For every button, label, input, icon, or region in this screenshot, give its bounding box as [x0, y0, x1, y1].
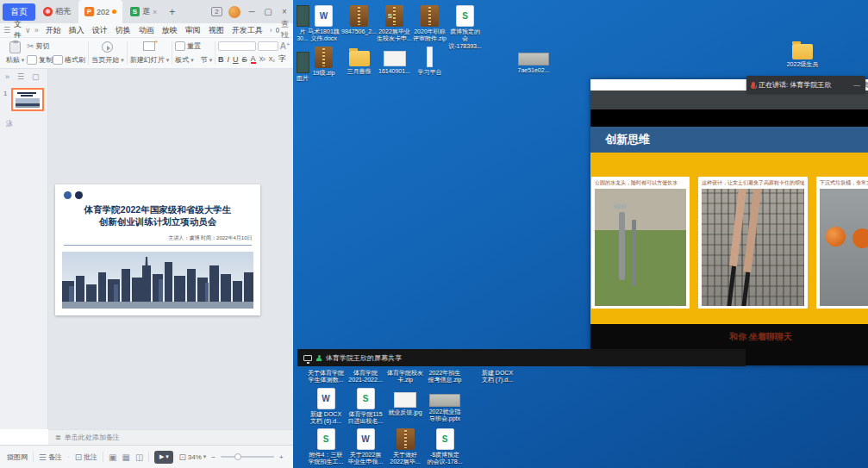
cut-button[interactable]: ✂剪切: [27, 41, 53, 51]
chevrons-icon[interactable]: »: [34, 26, 39, 34]
zoom-slider-knob[interactable]: [234, 453, 241, 460]
slide[interactable]: 体育学院2022年国家级和省级大学生 创新创业训练计划立项动员会 主讲人：虞博 …: [55, 184, 260, 315]
slide-canvas[interactable]: 体育学院2022年国家级和省级大学生 创新创业训练计划立项动员会 主讲人：虞博 …: [48, 69, 294, 429]
menu-item[interactable]: 开始: [42, 24, 65, 37]
tab-docer[interactable]: ❋ 稻壳: [37, 0, 77, 23]
zoom-in-button[interactable]: +: [279, 453, 284, 461]
notes-toggle[interactable]: ☰备注: [39, 452, 62, 462]
font-color-button[interactable]: A: [251, 55, 256, 64]
underline-button[interactable]: U: [233, 55, 239, 64]
menu-item[interactable]: 插入: [66, 24, 88, 37]
subscript-button[interactable]: X₂: [269, 56, 275, 62]
desktop-icon[interactable]: 三月蔷薇: [341, 47, 377, 75]
strike-button[interactable]: S: [242, 55, 247, 64]
font-name-select[interactable]: [218, 41, 256, 51]
home-button[interactable]: 首页: [3, 3, 35, 21]
notes-bar[interactable]: ≣ 单击此处添加备注: [48, 429, 294, 445]
close-button[interactable]: ×: [279, 7, 290, 16]
minimize-button[interactable]: ─: [247, 7, 257, 16]
slides-panel: » ☰ ▢ 1 泳: [0, 69, 48, 429]
maximize-button[interactable]: ▢: [263, 7, 273, 16]
desktop-icon[interactable]: 新建 DOCX 文档 (6).d...: [307, 388, 345, 426]
desktop-icon[interactable]: 体育学院 2021-2022...: [347, 368, 384, 384]
normal-view-icon[interactable]: ▣: [109, 452, 116, 462]
desktop-icon[interactable]: 16140901...: [377, 47, 412, 75]
account-avatar[interactable]: [228, 6, 240, 18]
tab-spreadsheet[interactable]: S 逛 ×: [124, 0, 163, 23]
italic-button[interactable]: I: [228, 55, 230, 64]
desktop-icon-label: 马术1801魏 义伟.docx: [308, 28, 340, 43]
desktop-icon-label: 16140901...: [378, 68, 410, 75]
desktop-icon[interactable]: 附件4：三联 学院招生工...: [307, 428, 345, 466]
desktop-icon[interactable]: 体育学院校友 卡.zip: [386, 368, 424, 384]
thumb-view-icon[interactable]: ▢: [32, 72, 40, 81]
reading-view-icon[interactable]: ◫: [135, 452, 143, 462]
section-button[interactable]: 节: [201, 55, 208, 65]
tab-close-icon[interactable]: ×: [153, 8, 157, 16]
chevron-right-icon[interactable]: ›: [270, 26, 272, 34]
desktop-icon[interactable]: 片 30...: [293, 5, 312, 43]
menu-item[interactable]: 审阅: [182, 24, 204, 37]
desktop-icon[interactable]: 2022就业指 导班会.pptx: [426, 388, 464, 423]
tab-manager-icon[interactable]: 2: [211, 7, 222, 16]
paste-button[interactable]: 粘贴▾: [3, 40, 27, 66]
clipped-tool[interactable]: 字: [278, 53, 286, 65]
slide-sorter-icon[interactable]: ▦: [122, 452, 129, 462]
reset-button[interactable]: 重置: [175, 41, 212, 51]
slide-thumbnail[interactable]: [11, 88, 44, 111]
divider: [64, 245, 252, 246]
share-bar-text: 体育学院王欣的屏幕共享: [326, 353, 402, 363]
menu-item[interactable]: 动画: [135, 24, 158, 37]
outline-view-icon[interactable]: ☰: [17, 72, 24, 81]
superscript-button[interactable]: X²: [259, 56, 265, 62]
slide-title[interactable]: 体育学院2022年国家级和省级大学生 创新创业训练计划立项动员会: [55, 203, 260, 228]
format-painter-button[interactable]: 格式刷: [53, 55, 85, 65]
menu-item[interactable]: 切换: [112, 24, 134, 37]
panel-expand-icon[interactable]: »: [5, 72, 9, 81]
layout-button[interactable]: 板式▾ 节▾: [175, 55, 212, 65]
bold-button[interactable]: B: [218, 55, 224, 64]
desktop-icon[interactable]: 2022级生员: [781, 40, 824, 68]
desktop-icon-label: 9847506_2...: [341, 28, 377, 35]
desktop-icon[interactable]: 9847506_2...: [341, 5, 377, 35]
desktop-icon[interactable]: 2022年招生 报考信息.zip: [426, 368, 464, 384]
new-slide-button[interactable]: 新建幻灯片▾: [130, 40, 170, 66]
shared-bottom-text: 和你 坐着聊聊天: [590, 331, 868, 343]
new-tab-button[interactable]: +: [165, 6, 179, 18]
menu-item[interactable]: 放映: [159, 24, 181, 37]
menu-item[interactable]: 视图: [205, 24, 228, 37]
zoom-out-button[interactable]: −: [211, 453, 215, 461]
desktop-icon[interactable]: 关于2022届 毕业生申领...: [347, 428, 384, 466]
file-icon: [429, 394, 460, 407]
desktop-icon[interactable]: 图片: [293, 52, 312, 82]
comments-toggle[interactable]: ⊡批注: [75, 452, 97, 462]
hamburger-icon[interactable]: ☰: [3, 26, 10, 34]
desktop-icon[interactable]: 学习平台: [412, 47, 447, 76]
tab-presentation[interactable]: P 202: [78, 0, 122, 23]
tooltip-minimize-icon[interactable]: —: [853, 81, 860, 89]
desktop-icon[interactable]: 7ae51e02...: [514, 47, 553, 74]
desktop-icon[interactable]: -$虞博预定 的会议-178...: [426, 428, 464, 466]
desktop-icon[interactable]: 2022届毕业 生校友卡申...: [377, 5, 412, 43]
desktop-icon[interactable]: 新建 DOCX 文档 (7).d...: [478, 368, 517, 384]
slide-subtitle[interactable]: 主讲人：虞博 时间：2022年4月10日: [55, 234, 252, 242]
desktop-icon[interactable]: 关于体育学院 学生体测数...: [307, 368, 345, 384]
desktop-icon[interactable]: 关于做好 2022届毕...: [386, 428, 424, 466]
fit-zoom[interactable]: ⊡ 34% ▾: [178, 452, 206, 462]
desktop[interactable]: 马术1801魏 义伟.docx 9847506_2... 2022届毕业 生校友…: [293, 0, 868, 468]
desktop-icon[interactable]: 2020年职称 评审附件.zip: [412, 5, 447, 43]
play-from-current-button[interactable]: 当页开始▾: [91, 40, 124, 66]
desktop-icon[interactable]: 虞博预定的会 议-178393...: [447, 5, 483, 50]
copy-icon: [27, 55, 37, 65]
file-icon: [315, 5, 333, 27]
menu-item[interactable]: 开发工具: [228, 24, 266, 37]
copy-button[interactable]: 复制: [27, 55, 53, 65]
desktop-icon[interactable]: 就业反馈.jpg: [386, 388, 424, 416]
zoom-slider[interactable]: [221, 456, 274, 458]
font-grow-icon[interactable]: A⁺: [280, 41, 290, 51]
font-size-select[interactable]: [258, 41, 278, 51]
desktop-icon[interactable]: 体育学院115 日进出校名...: [347, 388, 384, 426]
menu-item[interactable]: 设计: [89, 24, 111, 37]
slideshow-button[interactable]: ▶▾: [154, 451, 173, 464]
chevron-down-icon: ∨: [25, 26, 31, 34]
